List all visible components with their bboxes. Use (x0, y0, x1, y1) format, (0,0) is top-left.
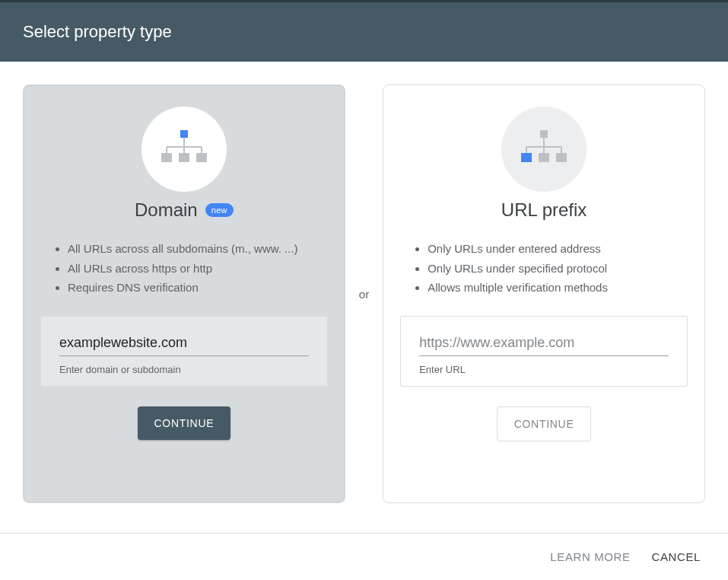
urlprefix-continue-button[interactable]: CONTINUE (497, 406, 592, 441)
bullet-item: All URLs across all subdomains (m., www.… (68, 239, 320, 259)
dialog-title: Select property type (23, 22, 705, 42)
svg-rect-6 (539, 153, 549, 162)
svg-rect-3 (196, 153, 207, 162)
domain-card[interactable]: Domain new All URLs across all subdomain… (23, 84, 345, 503)
svg-rect-4 (540, 130, 548, 138)
urlprefix-thumb (501, 107, 587, 192)
domain-thumb (141, 107, 227, 192)
svg-rect-7 (556, 153, 567, 162)
or-separator: or (359, 288, 369, 301)
bullet-item: Only URLs under entered address (428, 239, 680, 259)
svg-rect-2 (179, 153, 189, 162)
dialog-header: Select property type (0, 2, 728, 62)
bullet-item: All URLs across https or http (68, 259, 320, 279)
svg-rect-5 (521, 153, 532, 162)
bullet-item: Requires DNS verification (68, 278, 320, 298)
card-row: Domain new All URLs across all subdomain… (0, 62, 728, 526)
sitemap-icon (159, 130, 209, 168)
domain-bullets: All URLs across all subdomains (m., www.… (40, 239, 328, 298)
domain-input-box: Enter domain or subdomain (40, 316, 328, 387)
domain-title: Domain (135, 199, 198, 221)
bullet-item: Allows multiple verification methods (428, 278, 680, 298)
bullet-item: Only URLs under specified protocol (428, 259, 680, 279)
domain-input[interactable] (59, 332, 309, 356)
learn-more-button[interactable]: LEARN MORE (550, 550, 630, 563)
urlprefix-bullets: Only URLs under entered address Only URL… (400, 239, 688, 298)
domain-continue-button[interactable]: CONTINUE (138, 406, 231, 440)
dialog-footer: LEARN MORE CANCEL (0, 533, 728, 580)
svg-rect-0 (180, 130, 188, 138)
new-badge: new (205, 203, 234, 217)
domain-title-row: Domain new (135, 199, 234, 221)
urlprefix-input[interactable] (419, 332, 669, 356)
domain-input-help: Enter domain or subdomain (59, 364, 309, 375)
cancel-button[interactable]: CANCEL (652, 550, 701, 563)
urlprefix-card[interactable]: URL prefix Only URLs under entered addre… (383, 84, 705, 503)
sitemap-icon (519, 130, 569, 168)
urlprefix-title: URL prefix (501, 199, 587, 221)
svg-rect-1 (161, 153, 172, 162)
urlprefix-input-help: Enter URL (419, 364, 669, 375)
urlprefix-title-row: URL prefix (501, 199, 587, 221)
urlprefix-input-box: Enter URL (400, 316, 688, 387)
